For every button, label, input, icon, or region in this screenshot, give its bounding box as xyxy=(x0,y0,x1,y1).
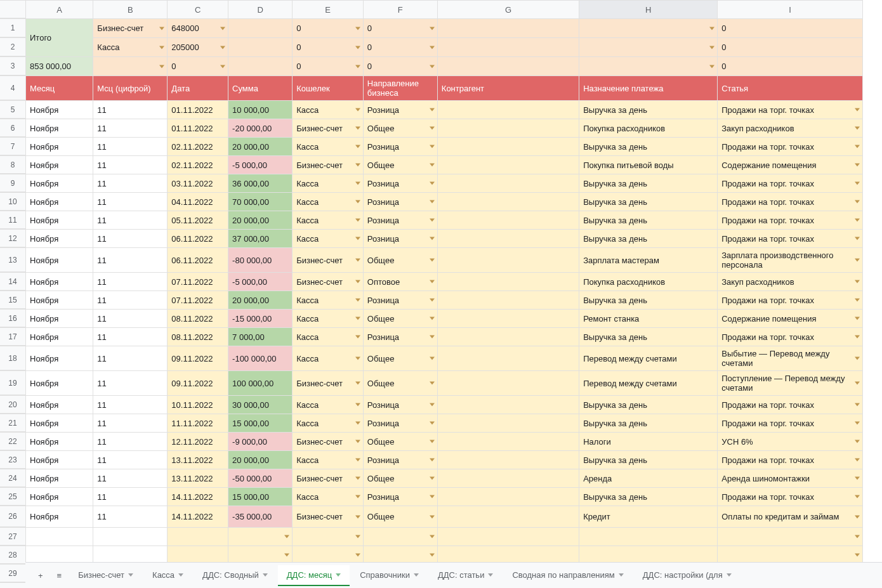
cell-sum[interactable]: -9 000,00 xyxy=(228,433,293,451)
cell-month[interactable]: Ноября xyxy=(26,433,93,451)
cell-direction[interactable]: Розница xyxy=(363,291,437,310)
cell-counterparty[interactable] xyxy=(437,506,579,528)
summary-g[interactable] xyxy=(437,19,579,38)
cell-article[interactable]: Продажи на торг. точках xyxy=(718,328,863,346)
spreadsheet-grid[interactable]: ABCDEFGHIИтогоБизнес-счет648000000Касса2… xyxy=(25,0,863,563)
summary-wallet[interactable] xyxy=(93,57,168,76)
row-header-29[interactable]: 29 xyxy=(0,564,25,582)
cell-month[interactable]: Ноября xyxy=(26,488,93,506)
cell-direction[interactable]: Розница xyxy=(363,211,437,230)
cell-date[interactable]: 01.11.2022 xyxy=(168,119,228,138)
cell-month[interactable]: Ноября xyxy=(26,328,93,346)
cell-direction[interactable]: Розница xyxy=(363,193,437,211)
cell-direction[interactable]: Оптовое xyxy=(363,273,437,291)
cell-article[interactable]: Продажи на торг. точках xyxy=(718,291,863,310)
cell-counterparty[interactable] xyxy=(437,451,579,469)
cell-wallet[interactable]: Бизнес-счет xyxy=(293,469,364,488)
cell-direction[interactable]: Общее xyxy=(363,310,437,328)
empty-cell[interactable] xyxy=(437,528,579,546)
cell-purpose[interactable]: Ремонт станка xyxy=(579,310,718,328)
summary-wallet[interactable]: Бизнес-счет xyxy=(93,19,168,38)
row-header-30[interactable]: 30 xyxy=(0,582,25,588)
row-header-5[interactable]: 5 xyxy=(0,100,25,119)
cell-sum[interactable]: 37 000,00 xyxy=(228,230,293,248)
header-G[interactable]: Контрагент xyxy=(437,76,579,101)
cell-date[interactable]: 03.11.2022 xyxy=(168,174,228,193)
summary-d[interactable] xyxy=(228,19,293,38)
cell-direction[interactable]: Общее xyxy=(363,346,437,371)
cell-sum[interactable]: -100 000,00 xyxy=(228,346,293,371)
cell-sum[interactable]: 30 000,00 xyxy=(228,396,293,414)
empty-cell[interactable] xyxy=(93,528,168,546)
row-header-9[interactable]: 9 xyxy=(0,174,25,192)
summary-i[interactable]: 0 xyxy=(718,19,863,38)
header-D[interactable]: Сумма xyxy=(228,76,293,101)
cell-sum[interactable]: 10 000,00 xyxy=(228,101,293,119)
cell-wallet[interactable]: Бизнес-счет xyxy=(293,119,364,138)
row-header-26[interactable]: 26 xyxy=(0,506,25,527)
summary-c[interactable]: 205000 xyxy=(168,38,228,57)
cell-wallet[interactable]: Касса xyxy=(293,211,364,230)
header-E[interactable]: Кошелек xyxy=(293,76,364,101)
cell-sum[interactable]: 100 000,00 xyxy=(228,371,293,396)
row-header-27[interactable]: 27 xyxy=(0,527,25,546)
row-header-4[interactable]: 4 xyxy=(0,75,25,100)
cell-wallet[interactable]: Бизнес-счет xyxy=(293,248,364,273)
cell-month-num[interactable]: 11 xyxy=(93,488,168,506)
cell-wallet[interactable]: Касса xyxy=(293,451,364,469)
cell-sum[interactable]: 15 000,00 xyxy=(228,414,293,433)
cell-month[interactable]: Ноября xyxy=(26,291,93,310)
cell-month[interactable]: Ноября xyxy=(26,310,93,328)
empty-cell[interactable] xyxy=(579,528,718,546)
cell-month-num[interactable]: 11 xyxy=(93,506,168,528)
cell-month[interactable]: Ноября xyxy=(26,174,93,193)
cell-direction[interactable]: Розница xyxy=(363,328,437,346)
empty-cell[interactable] xyxy=(579,546,718,563)
sheet-tab[interactable]: Бизнес-счет xyxy=(69,565,142,586)
cell-purpose[interactable]: Выручка за день xyxy=(579,211,718,230)
cell-date[interactable]: 02.11.2022 xyxy=(168,138,228,156)
cell-article[interactable]: Аренда шиномонтажки xyxy=(718,469,863,488)
empty-cell[interactable] xyxy=(26,546,93,563)
cell-date[interactable]: 10.11.2022 xyxy=(168,396,228,414)
empty-cell[interactable] xyxy=(26,528,93,546)
cell-date[interactable]: 06.11.2022 xyxy=(168,230,228,248)
cell-direction[interactable]: Розница xyxy=(363,174,437,193)
cell-month-num[interactable]: 11 xyxy=(93,328,168,346)
cell-wallet[interactable]: Касса xyxy=(293,488,364,506)
cell-wallet[interactable]: Касса xyxy=(293,138,364,156)
summary-d[interactable] xyxy=(228,38,293,57)
cell-direction[interactable]: Розница xyxy=(363,138,437,156)
cell-direction[interactable]: Розница xyxy=(363,230,437,248)
cell-date[interactable]: 13.11.2022 xyxy=(168,469,228,488)
cell-purpose[interactable]: Выручка за день xyxy=(579,451,718,469)
cell-purpose[interactable]: Выручка за день xyxy=(579,101,718,119)
cell-direction[interactable]: Розница xyxy=(363,451,437,469)
cell-date[interactable]: 08.11.2022 xyxy=(168,328,228,346)
cell-counterparty[interactable] xyxy=(437,230,579,248)
summary-c[interactable]: 0 xyxy=(168,57,228,76)
cell-article[interactable]: Зарплата производственного персонала xyxy=(718,248,863,273)
empty-cell[interactable] xyxy=(437,546,579,563)
row-header-11[interactable]: 11 xyxy=(0,211,25,229)
cell-month[interactable]: Ноября xyxy=(26,230,93,248)
cell-purpose[interactable]: Выручка за день xyxy=(579,328,718,346)
cell-month-num[interactable]: 11 xyxy=(93,101,168,119)
cell-purpose[interactable]: Перевод между счетами xyxy=(579,371,718,396)
cell-counterparty[interactable] xyxy=(437,156,579,174)
cell-counterparty[interactable] xyxy=(437,138,579,156)
cell-article[interactable]: Продажи на торг. точках xyxy=(718,451,863,469)
cell-direction[interactable]: Общее xyxy=(363,119,437,138)
summary-i[interactable]: 0 xyxy=(718,57,863,76)
row-header-12[interactable]: 12 xyxy=(0,229,25,247)
cell-wallet[interactable]: Касса xyxy=(293,396,364,414)
cell-sum[interactable]: 7 000,00 xyxy=(228,328,293,346)
cell-date[interactable]: 05.11.2022 xyxy=(168,211,228,230)
empty-cell[interactable] xyxy=(718,546,863,563)
cell-date[interactable]: 08.11.2022 xyxy=(168,310,228,328)
cell-direction[interactable]: Розница xyxy=(363,101,437,119)
sheet-tab[interactable]: ДДС: месяц xyxy=(278,565,350,586)
cell-date[interactable]: 09.11.2022 xyxy=(168,371,228,396)
row-header-8[interactable]: 8 xyxy=(0,155,25,174)
sheet-tab[interactable]: Сводная по направлениям xyxy=(503,565,632,586)
